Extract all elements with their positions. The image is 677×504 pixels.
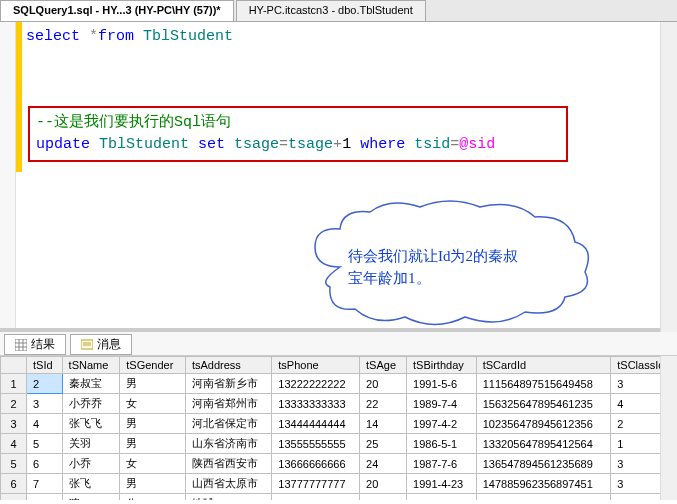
row-header[interactable]: 7 [1,494,27,501]
cell-tSGender[interactable]: 男 [120,474,186,494]
cell-tSGender[interactable]: 男 [120,414,186,434]
code-content: select *from TblStudent [26,26,233,48]
cell-tsPhone[interactable]: 13666666666 [272,454,360,474]
change-marker [16,22,22,172]
col-tSId[interactable]: tSId [27,357,63,374]
cell-tsAddress[interactable]: 河北省保定市 [185,414,271,434]
tab-results[interactable]: 结果 [4,334,66,355]
annotation-cloud: 待会我们就让Id为2的秦叔 宝年龄加1。 [300,197,600,332]
cell-tSAge[interactable]: 24 [360,454,407,474]
col-tSBirthday[interactable]: tSBirthday [407,357,477,374]
cell-tSName[interactable]: 小乔乔 [62,394,120,414]
editor-gutter [0,22,16,328]
cell-tSAge[interactable]: 22 [360,394,407,414]
cell-tSCardId[interactable]: 102356478945612356 [476,414,611,434]
cell-tsPhone[interactable]: 13777777777 [272,474,360,494]
cell-tSBirthday[interactable]: 1986-5-1 [407,434,477,454]
cell-tSCardId[interactable]: 111564897515649458 [476,374,611,394]
col-tSCardId[interactable]: tSCardId [476,357,611,374]
cell-tSGender[interactable]: 女 [120,394,186,414]
cell-tsPhone[interactable]: 13444444444 [272,414,360,434]
cell-tSBirthday[interactable]: 1991-4-23 [407,474,477,494]
cell-tsAddress[interactable]: 陕西省西安市 [185,454,271,474]
cell-tSAge[interactable]: 25 [360,434,407,454]
cell-tSId[interactable]: 2 [27,374,63,394]
cell-tsAddress[interactable]: 地球 [185,494,271,501]
grid-header-row: tSId tSName tSGender tsAddress tsPhone t… [1,357,677,374]
grid-scrollbar[interactable] [660,356,677,500]
cell-tSName[interactable]: 关羽 [62,434,120,454]
cell-tSCardId[interactable]: 133205647895412564 [476,434,611,454]
cell-tSId[interactable]: 6 [27,454,63,474]
table-row[interactable]: 67张飞男山西省太原市13777777777201991-4-231478859… [1,474,677,494]
cell-tSName[interactable]: 小乔 [62,454,120,474]
cell-tSName[interactable]: 张飞飞 [62,414,120,434]
results-grid[interactable]: tSId tSName tSGender tsAddress tsPhone t… [0,356,677,500]
highlighted-sql-box: --这是我们要执行的Sql语句 update TblStudent set ts… [28,106,568,162]
table-row[interactable]: 78猪公地球13568978945181996-8-71586457894561… [1,494,677,501]
row-header[interactable]: 4 [1,434,27,454]
table-row[interactable]: 34张飞飞男河北省保定市13444444444141997-4-21023564… [1,414,677,434]
cell-tSName[interactable]: 秦叔宝 [62,374,120,394]
cell-tSAge[interactable]: 18 [360,494,407,501]
table-row[interactable]: 12秦叔宝男河南省新乡市13222222222201991-5-61115648… [1,374,677,394]
col-tSGender[interactable]: tSGender [120,357,186,374]
table-row[interactable]: 23小乔乔女河南省郑州市13333333333221989-7-41563256… [1,394,677,414]
cell-tSBirthday[interactable]: 1996-8-7 [407,494,477,501]
cell-tSBirthday[interactable]: 1997-4-2 [407,414,477,434]
cell-tSGender[interactable]: 男 [120,434,186,454]
cell-tsAddress[interactable]: 山东省济南市 [185,434,271,454]
row-header[interactable]: 6 [1,474,27,494]
cell-tSId[interactable]: 8 [27,494,63,501]
col-tsPhone[interactable]: tsPhone [272,357,360,374]
cell-tsPhone[interactable]: 13555555555 [272,434,360,454]
row-header[interactable]: 5 [1,454,27,474]
cell-tSId[interactable]: 5 [27,434,63,454]
tab-messages[interactable]: 消息 [70,334,132,355]
table-row[interactable]: 56小乔女陕西省西安市13666666666241987-7-613654789… [1,454,677,474]
editor-scrollbar[interactable] [660,22,677,332]
cell-tsAddress[interactable]: 河南省郑州市 [185,394,271,414]
cell-tSGender[interactable]: 公 [120,494,186,501]
col-tsAddress[interactable]: tsAddress [185,357,271,374]
cell-tSId[interactable]: 4 [27,414,63,434]
row-header[interactable]: 1 [1,374,27,394]
cell-tSName[interactable]: 张飞 [62,474,120,494]
cell-tsPhone[interactable]: 13222222222 [272,374,360,394]
cell-tSCardId[interactable]: 136547894561235689 [476,454,611,474]
row-header[interactable]: 3 [1,414,27,434]
message-icon [81,339,93,351]
cell-tsAddress[interactable]: 河南省新乡市 [185,374,271,394]
tab-tblstudent[interactable]: HY-PC.itcastcn3 - dbo.TblStudent [236,0,426,21]
col-tSName[interactable]: tSName [62,357,120,374]
tab-results-label: 结果 [31,336,55,353]
table-row[interactable]: 45关羽男山东省济南市13555555555251986-5-113320564… [1,434,677,454]
cell-tSCardId[interactable]: 156325647895461235 [476,394,611,414]
cell-tsPhone[interactable]: 13333333333 [272,394,360,414]
cell-tSBirthday[interactable]: 1991-5-6 [407,374,477,394]
grid-icon [15,339,27,351]
result-tabs: 结果 消息 [0,332,677,356]
cell-tSId[interactable]: 7 [27,474,63,494]
cell-tSName[interactable]: 猪 [62,494,120,501]
cell-tsAddress[interactable]: 山西省太原市 [185,474,271,494]
cell-tSAge[interactable]: 14 [360,414,407,434]
cell-tSAge[interactable]: 20 [360,474,407,494]
cell-tSBirthday[interactable]: 1989-7-4 [407,394,477,414]
cell-tsPhone[interactable]: 13568978945 [272,494,360,501]
sql-editor[interactable]: select *from TblStudent --这是我们要执行的Sql语句 … [0,22,677,332]
row-header[interactable]: 2 [1,394,27,414]
grid-corner [1,357,27,374]
cell-tSId[interactable]: 3 [27,394,63,414]
cell-tSAge[interactable]: 20 [360,374,407,394]
cloud-text-line2: 宝年龄加1。 [348,267,518,289]
cell-tSCardId[interactable]: 147885962356897451 [476,474,611,494]
cell-tSGender[interactable]: 男 [120,374,186,394]
results-grid-wrap: tSId tSName tSGender tsAddress tsPhone t… [0,356,677,500]
col-tSAge[interactable]: tSAge [360,357,407,374]
cell-tSCardId[interactable]: 158645789456123587 [476,494,611,501]
tab-sqlquery1[interactable]: SQLQuery1.sql - HY...3 (HY-PC\HY (57))* [0,0,234,21]
cell-tSGender[interactable]: 女 [120,454,186,474]
cell-tSBirthday[interactable]: 1987-7-6 [407,454,477,474]
file-tabs: SQLQuery1.sql - HY...3 (HY-PC\HY (57))* … [0,0,677,22]
